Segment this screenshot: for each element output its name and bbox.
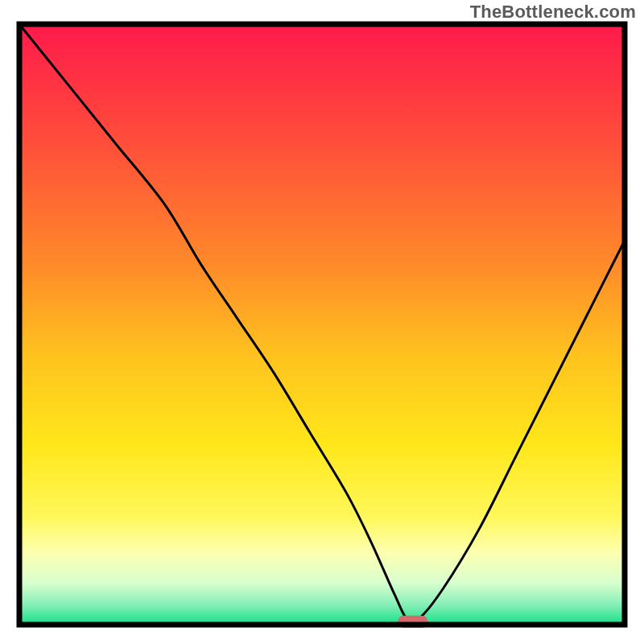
chart-container: TheBottleneck.com bbox=[0, 0, 644, 644]
plot-background bbox=[19, 24, 625, 625]
watermark-label: TheBottleneck.com bbox=[470, 2, 636, 23]
bottleneck-chart bbox=[0, 0, 644, 644]
